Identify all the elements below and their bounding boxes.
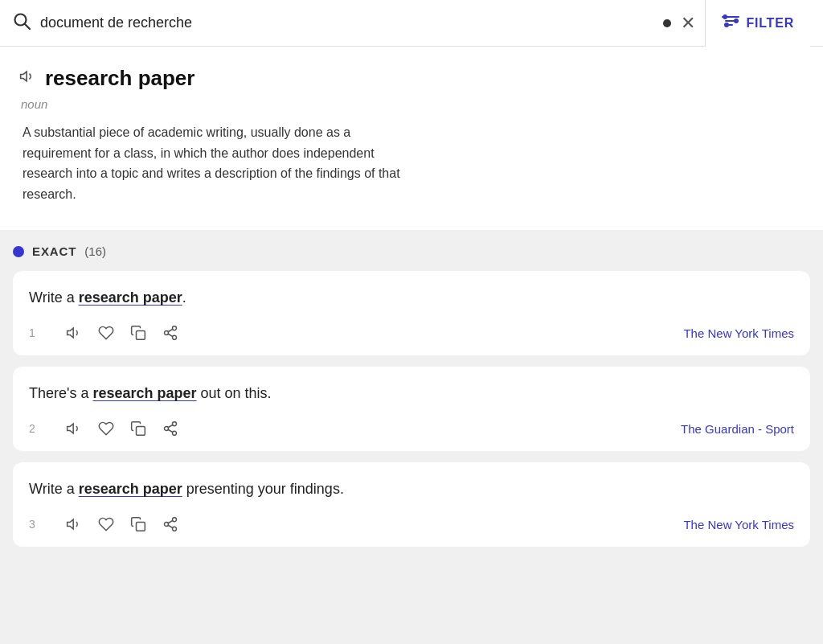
exact-label: EXACT — [32, 244, 76, 258]
share-button[interactable] — [154, 417, 186, 440]
definition-text: A substantial piece of academic writing,… — [19, 122, 421, 204]
filter-button[interactable]: FILTER — [705, 0, 810, 47]
svg-point-7 — [725, 23, 728, 27]
speaker-button[interactable] — [58, 513, 90, 535]
svg-line-14 — [168, 334, 173, 337]
copy-button[interactable] — [122, 322, 154, 344]
definition-section: research paper noun A substantial piece … — [0, 47, 823, 230]
svg-point-25 — [173, 518, 177, 522]
svg-point-5 — [723, 15, 727, 18]
result-actions: 2 The Guardian - Sport — [29, 417, 794, 440]
result-highlight: research paper — [92, 385, 196, 401]
search-clear-button[interactable]: ✕ — [681, 13, 695, 34]
search-notification-dot — [663, 19, 671, 27]
result-before-text: Write a — [29, 481, 79, 497]
svg-point-26 — [165, 523, 169, 527]
result-after-text: presenting your findings. — [182, 481, 344, 497]
svg-rect-17 — [137, 427, 145, 436]
result-sentence: Write a research paper. — [29, 287, 794, 309]
result-highlight: research paper — [79, 481, 182, 497]
svg-point-18 — [173, 422, 177, 426]
exact-header: EXACT (16) — [13, 244, 810, 258]
search-icon — [13, 12, 31, 34]
svg-point-20 — [173, 432, 177, 436]
svg-rect-24 — [137, 523, 145, 531]
svg-line-15 — [168, 330, 173, 332]
svg-point-12 — [165, 331, 169, 335]
filter-icon — [722, 14, 739, 32]
result-sentence: There's a research paper out on this. — [29, 383, 794, 404]
speaker-button[interactable] — [58, 322, 90, 344]
svg-point-6 — [735, 19, 738, 23]
exact-dot — [13, 246, 24, 257]
result-actions: 1 The New York Times — [29, 322, 794, 344]
result-highlight: research paper — [79, 289, 182, 306]
result-number: 3 — [29, 518, 51, 531]
result-after-text: . — [182, 289, 186, 306]
svg-marker-23 — [68, 520, 74, 530]
result-source-link[interactable]: The New York Times — [683, 326, 794, 340]
svg-marker-9 — [68, 329, 74, 338]
exact-count: (16) — [84, 244, 106, 258]
favorite-button[interactable] — [90, 417, 122, 440]
speaker-icon[interactable] — [19, 68, 35, 88]
favorite-button[interactable] — [90, 322, 122, 344]
svg-marker-8 — [21, 72, 27, 81]
svg-rect-10 — [137, 331, 145, 340]
result-card: Write a research paper. 1 The New York T… — [13, 271, 810, 355]
definition-word: research paper — [45, 66, 194, 91]
favorite-button[interactable] — [90, 513, 122, 535]
result-number: 1 — [29, 326, 51, 339]
search-bar: document de recherche ✕ FILTER — [0, 0, 823, 47]
svg-marker-16 — [68, 425, 74, 434]
share-button[interactable] — [154, 513, 186, 535]
result-after-text: out on this. — [197, 385, 272, 401]
result-sentence: Write a research paper presenting your f… — [29, 478, 794, 500]
svg-point-27 — [173, 527, 177, 531]
definition-title-row: research paper — [19, 66, 804, 91]
result-before-text: There's a — [29, 385, 92, 401]
filter-label: FILTER — [746, 16, 794, 31]
speaker-button[interactable] — [58, 417, 90, 440]
svg-line-29 — [168, 521, 173, 523]
exact-section: EXACT (16) Write a research paper. 1 The… — [0, 230, 823, 571]
svg-line-22 — [168, 425, 173, 428]
result-source-link[interactable]: The Guardian - Sport — [681, 422, 794, 436]
svg-point-11 — [173, 326, 177, 330]
definition-pos: noun — [19, 97, 804, 111]
search-input[interactable]: document de recherche — [40, 14, 653, 31]
svg-point-19 — [165, 427, 169, 431]
result-before-text: Write a — [29, 289, 79, 306]
svg-line-28 — [168, 526, 173, 528]
result-card: Write a research paper presenting your f… — [13, 462, 810, 547]
copy-button[interactable] — [122, 417, 154, 440]
result-number: 2 — [29, 422, 51, 435]
result-card: There's a research paper out on this. 2 … — [13, 367, 810, 451]
copy-button[interactable] — [122, 513, 154, 535]
share-button[interactable] — [154, 322, 186, 344]
svg-line-21 — [168, 430, 173, 433]
svg-line-1 — [25, 24, 31, 30]
result-source-link[interactable]: The New York Times — [683, 518, 794, 531]
result-actions: 3 The New York Times — [29, 513, 794, 535]
svg-point-13 — [173, 336, 177, 340]
